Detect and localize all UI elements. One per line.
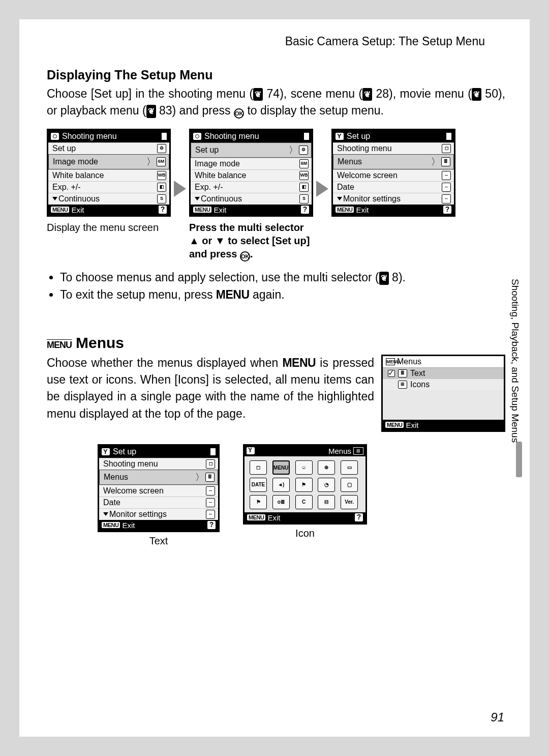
ref-icon: ❦ [362, 88, 372, 101]
menu-button-label: MENU [336, 207, 354, 213]
row-icon: 6M [299, 159, 309, 168]
intro-paragraph: Choose [Set up] in the shooting menu (❦ … [47, 85, 505, 120]
row: Date [337, 183, 442, 192]
row: Image mode [195, 159, 299, 168]
title-misc-icon: ⊞ [353, 447, 363, 455]
title-misc-icon [304, 133, 309, 140]
t: Press the multi selector [189, 221, 313, 234]
side-tab-bar [516, 442, 522, 477]
exit-label: Exit [267, 513, 280, 522]
page-number: 91 [491, 710, 504, 724]
t: again. [250, 288, 285, 301]
row-icon: -- [442, 171, 451, 180]
row: Exp. +/- [52, 183, 157, 192]
menu-button-label: MENU [102, 522, 120, 528]
grid-icon: ▭ [341, 460, 358, 475]
text-icon: ≣ [398, 369, 407, 377]
grid-icon: ◄) [272, 478, 290, 492]
exit-label: Exit [71, 206, 84, 214]
title-misc-icon [446, 133, 451, 140]
row: Shooting menu [337, 144, 442, 153]
step-arrow-icon [174, 181, 186, 197]
row: Monitor settings [109, 510, 206, 519]
row-icon: -- [206, 510, 215, 519]
row-icon: -- [206, 486, 215, 496]
exit-label: Exit [214, 206, 226, 214]
help-icon: ? [207, 521, 216, 529]
grid-icon: ⊕ [318, 460, 335, 475]
row-icon: -- [442, 183, 451, 192]
header: Basic Camera Setup: The Setup Menu [47, 35, 505, 48]
side-tab-label: Shooting, Playback, and Setup Menus [510, 279, 521, 443]
exit-label: Exit [406, 421, 418, 429]
wrench-icon [102, 448, 110, 455]
menu-small-icon: MENU [386, 358, 395, 365]
t: Choose [Set up] in the shooting menu ( [47, 87, 253, 100]
row: Monitor settings [343, 194, 442, 203]
bullet-list: To choose menus and apply selection, use… [47, 269, 505, 304]
wrench-icon [247, 447, 255, 454]
icons-icon: ⊞ [398, 381, 407, 389]
caption-1: Display the menu screen [47, 221, 171, 234]
camera-icon [51, 133, 59, 140]
row-icon: ≣ [205, 473, 215, 482]
step-panels: Shooting menu Set up⚙ Image mode〉6M Whit… [47, 129, 505, 261]
menus-title: Menus [76, 334, 124, 352]
t: 83) and press [156, 104, 234, 117]
step-arrow-icon [316, 181, 328, 197]
ok-icon: OK [234, 108, 244, 119]
row-icon: ◻ [206, 459, 215, 469]
grid-icon: Ver. [341, 495, 358, 509]
lcd-title: Menus [397, 357, 421, 366]
row: Date [103, 498, 206, 507]
row-icon: WB [157, 171, 166, 180]
t: to display the setup menu. [244, 104, 384, 117]
chevron-right-icon: 〉 [289, 144, 298, 156]
menu-button-label: MENU [385, 422, 404, 428]
help-icon: ? [443, 206, 451, 214]
exit-label: Exit [356, 206, 369, 214]
wrench-icon [336, 133, 344, 140]
lcd-shooting-menu-2: Shooting menu Set up〉⚙ Image mode6M Whit… [189, 129, 313, 217]
side-tab: Shooting, Playback, and Setup Menus [507, 279, 521, 492]
check-icon [388, 370, 395, 377]
lcd-setup: Set up Shooting menu◻ Menus〉≣ Welcome sc… [331, 129, 455, 217]
row-icon: ≣ [441, 157, 450, 166]
t: 28), movie menu ( [372, 87, 472, 100]
camera-icon [193, 133, 201, 140]
caption-text: Text [149, 535, 168, 547]
lower-panels: Set up Shooting menu◻ Menus〉≣ Welcome sc… [98, 444, 505, 547]
t: 8). [389, 271, 406, 284]
ref-icon: ❦ [379, 272, 389, 285]
t: To choose menus and apply selection, use… [60, 271, 379, 284]
row-icon: -- [442, 194, 451, 203]
caption-icon: Icon [295, 528, 315, 539]
opt-text: Text [410, 369, 425, 378]
row: White balance [52, 171, 157, 180]
menu-button-label: MENU [51, 207, 69, 213]
menus-paragraph: Choose whether the menus displayed when … [47, 355, 374, 422]
row: White balance [195, 171, 299, 180]
t: ▲ or ▼ to select [Set up] [189, 234, 313, 247]
t: . [250, 248, 253, 259]
chevron-right-icon: 〉 [195, 471, 204, 483]
grid-icon: MENU [272, 460, 290, 475]
row-icon: ◻ [442, 144, 451, 153]
row: Welcome screen [337, 171, 442, 180]
t: and press [189, 248, 240, 259]
lcd-title: Set up [347, 132, 370, 141]
t: Choose whether the menus displayed when [47, 356, 282, 369]
row: Welcome screen [103, 486, 206, 496]
row: Menus [338, 157, 429, 166]
menu-word: MENU [282, 356, 316, 369]
menu-button-label: MENU [247, 514, 265, 520]
row-icon: ◧ [299, 183, 309, 192]
lcd-title: Set up [113, 447, 136, 456]
grid-icon: C [295, 495, 313, 509]
arrow-down-icon [337, 197, 342, 200]
lcd-title: Shooting menu [204, 132, 259, 141]
ok-icon: OK [240, 251, 250, 261]
row-icon: S [157, 194, 166, 203]
row: Exp. +/- [195, 183, 299, 192]
grid-icon: ▢ [341, 478, 358, 492]
